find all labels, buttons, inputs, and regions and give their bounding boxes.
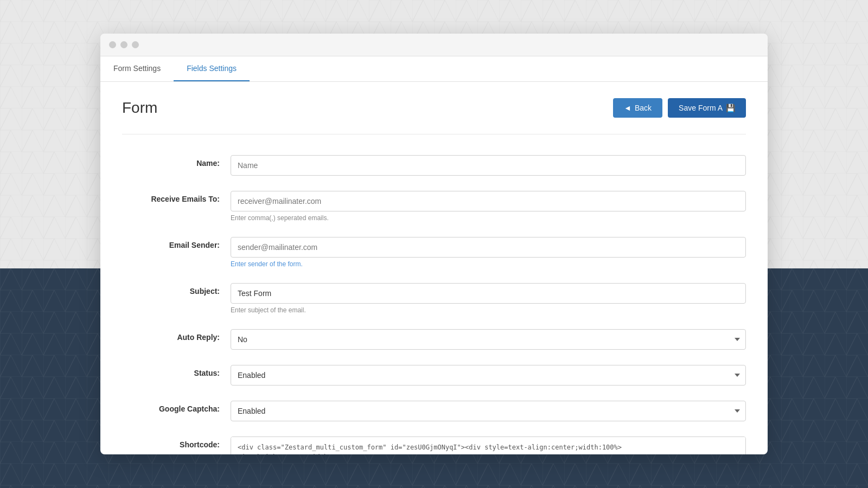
name-label: Name: bbox=[122, 151, 231, 187]
name-input[interactable] bbox=[231, 155, 746, 176]
tab-form-settings[interactable]: Form Settings bbox=[100, 56, 174, 81]
auto-reply-label: Auto Reply: bbox=[122, 325, 231, 361]
back-icon: ◄ bbox=[624, 104, 631, 112]
receive-emails-label: Receive Emails To: bbox=[122, 187, 231, 233]
auto-reply-select[interactable]: No Yes bbox=[231, 329, 746, 350]
tab-fields-settings[interactable]: Fields Settings bbox=[174, 56, 250, 81]
save-form-button[interactable]: Save Form A 💾 bbox=[668, 98, 746, 118]
email-sender-control: Enter sender of the form. bbox=[231, 233, 746, 279]
receive-emails-hint: Enter comma(,) seperated emails. bbox=[231, 214, 746, 222]
name-control bbox=[231, 151, 746, 187]
dot-yellow bbox=[120, 41, 127, 48]
shortcode-textarea[interactable]: <div class="Zestard_multi_custom_form" i… bbox=[231, 436, 746, 454]
status-label: Status: bbox=[122, 361, 231, 396]
divider bbox=[122, 134, 746, 134]
shortcode-control: <div class="Zestard_multi_custom_form" i… bbox=[231, 432, 746, 454]
save-label: Save Form A bbox=[679, 104, 723, 112]
email-sender-label: Email Sender: bbox=[122, 233, 231, 279]
subject-control: Enter subject of the email. bbox=[231, 279, 746, 325]
dot-red bbox=[109, 41, 116, 48]
shortcode-label: Shortcode: bbox=[122, 432, 231, 454]
google-captcha-select[interactable]: Enabled Disabled bbox=[231, 401, 746, 421]
subject-hint: Enter subject of the email. bbox=[231, 306, 746, 314]
google-captcha-label: Google Captcha: bbox=[122, 396, 231, 432]
button-group: ◄ Back Save Form A 💾 bbox=[613, 98, 746, 118]
subject-label: Subject: bbox=[122, 279, 231, 325]
tabbar: Form Settings Fields Settings bbox=[100, 56, 768, 82]
form-grid: Name: Receive Emails To: Enter comma(,) … bbox=[122, 151, 746, 454]
back-label: Back bbox=[635, 104, 652, 112]
status-control: Enabled Disabled bbox=[231, 361, 746, 396]
back-button[interactable]: ◄ Back bbox=[613, 98, 662, 118]
content-area: Form ◄ Back Save Form A 💾 Name: Rece bbox=[100, 82, 768, 454]
receive-emails-control: Enter comma(,) seperated emails. bbox=[231, 187, 746, 233]
main-window: Form Settings Fields Settings Form ◄ Bac… bbox=[100, 34, 768, 454]
dot-green bbox=[132, 41, 139, 48]
email-sender-input[interactable] bbox=[231, 237, 746, 258]
page-title: Form bbox=[122, 99, 157, 117]
receive-emails-input[interactable] bbox=[231, 191, 746, 211]
email-sender-hint: Enter sender of the form. bbox=[231, 260, 746, 268]
save-icon: 💾 bbox=[726, 104, 735, 112]
subject-input[interactable] bbox=[231, 283, 746, 304]
google-captcha-control: Enabled Disabled bbox=[231, 396, 746, 432]
titlebar bbox=[100, 34, 768, 56]
status-select[interactable]: Enabled Disabled bbox=[231, 365, 746, 386]
header-row: Form ◄ Back Save Form A 💾 bbox=[122, 98, 746, 118]
auto-reply-control: No Yes bbox=[231, 325, 746, 361]
